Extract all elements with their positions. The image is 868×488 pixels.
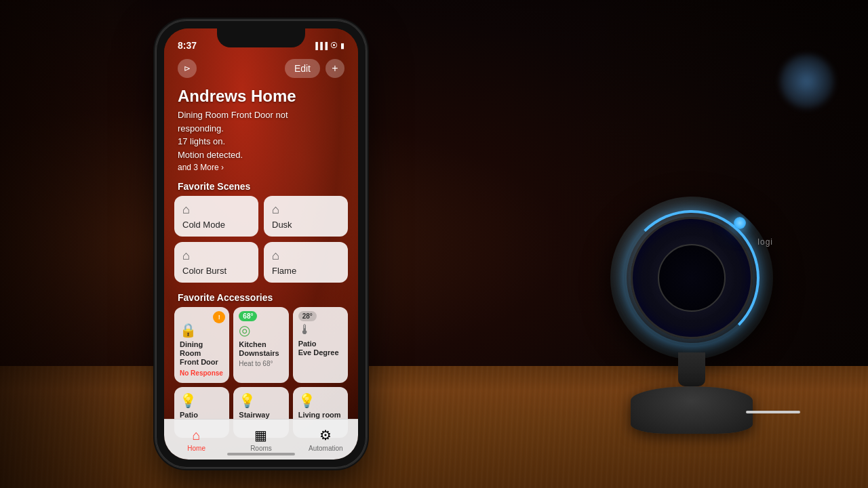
rooms-nav-label: Rooms: [250, 445, 272, 452]
status-line-3: 17 lights on.: [178, 136, 225, 146]
phone-screen: 8:37 ▐▐▐ ⦿ ▮ ⊳ Edit + Andrews Home: [164, 28, 358, 460]
nav-rooms[interactable]: ▦ Rooms: [229, 427, 293, 452]
temp-badge-gray: 28°: [298, 311, 317, 321]
wifi-icon: ⦿: [330, 41, 338, 49]
home-info: Andrews Home Dining Room Front Door not …: [164, 81, 358, 176]
accessory-status: Heat to 68°: [239, 360, 283, 368]
home-nav-label: Home: [187, 445, 205, 452]
camera-neck: [678, 352, 705, 386]
accessory-kitchen-downstairs[interactable]: 68° ◎ KitchenDownstairs Heat to 68°: [233, 307, 288, 383]
home-nav-icon: ⌂: [193, 428, 201, 443]
scene-color-burst[interactable]: ⌂ Color Burst: [174, 242, 258, 283]
status-icons: ▐▐▐ ⦿ ▮: [313, 41, 344, 50]
scene-icon: ⌂: [272, 249, 340, 263]
accessories-section: Favorite Accessories ! 🔒 Dining RoomFron…: [164, 287, 358, 438]
home-indicator: [227, 453, 295, 455]
rooms-nav-icon: ▦: [254, 427, 267, 443]
home-title: Andrews Home: [178, 87, 344, 106]
thermometer-icon: 🌡: [298, 322, 342, 338]
status-time: 8:37: [178, 40, 197, 51]
nav-home[interactable]: ⌂ Home: [164, 428, 229, 452]
location-button[interactable]: ⊳: [178, 59, 197, 78]
scene-icon: ⌂: [182, 249, 250, 263]
scene-label: Dusk: [272, 220, 340, 230]
edit-button[interactable]: Edit: [285, 59, 320, 78]
scene-flame[interactable]: ⌂ Flame: [264, 242, 348, 283]
status-line-1: Dining Room Front Door not: [178, 110, 288, 120]
accessory-name: PatioEve Degree: [298, 340, 342, 357]
temp-badge-green: 68°: [239, 311, 257, 321]
accessory-patio-eve[interactable]: 28° 🌡 PatioEve Degree: [293, 307, 348, 383]
scene-icon: ⌂: [272, 203, 340, 217]
camera-body: [610, 197, 773, 359]
accessories-grid: ! 🔒 Dining RoomFront Door No Response 68…: [164, 307, 358, 438]
automation-nav-icon: ⚙: [319, 427, 332, 443]
lock-icon: 🔒: [180, 322, 224, 338]
accessory-name: Patio: [180, 411, 224, 420]
bulb-icon: 💡: [298, 392, 342, 409]
scenes-grid: ⌂ Cold Mode ⌂ Dusk ⌂ Color Burst ⌂ Flame: [164, 196, 358, 283]
camera-cable: [746, 411, 800, 413]
more-text: and 3 More ›: [178, 163, 224, 172]
accessory-name: Dining RoomFront Door: [180, 340, 224, 367]
accessory-status: No Response: [180, 369, 224, 378]
accessories-section-title: Favorite Accessories: [164, 287, 358, 307]
scene-cold-mode[interactable]: ⌂ Cold Mode: [174, 196, 258, 237]
more-link[interactable]: and 3 More ›: [178, 163, 344, 172]
camera-base: [624, 352, 760, 434]
scene-dusk[interactable]: ⌂ Dusk: [264, 196, 348, 237]
accessory-name: KitchenDownstairs: [239, 340, 283, 358]
scene-icon: ⌂: [182, 203, 250, 217]
status-line-2: responding.: [178, 123, 224, 134]
phone-notch: [217, 28, 305, 47]
home-status: Dining Room Front Door not responding. 1…: [178, 108, 344, 161]
camera-brand-badge: logi: [757, 237, 773, 247]
bulb-icon: 💡: [180, 392, 224, 409]
status-line-4: Motion detected.: [178, 150, 243, 160]
thermostat-icon: ◎: [239, 322, 283, 338]
automation-nav-label: Automation: [309, 445, 343, 452]
camera-status-light: [734, 217, 746, 229]
camera-lens-inner: [658, 244, 726, 312]
phone-content: 8:37 ▐▐▐ ⦿ ▮ ⊳ Edit + Andrews Home: [164, 28, 358, 460]
signal-icon: ▐▐▐: [313, 42, 328, 49]
ambient-blue-light: [780, 54, 834, 108]
accessory-name: Stairway: [239, 411, 283, 420]
add-button[interactable]: +: [326, 59, 344, 78]
phone-header: ⊳ Edit +: [164, 56, 358, 81]
logitech-camera: logi: [597, 197, 787, 434]
camera-foot: [631, 386, 753, 434]
scene-label: Flame: [272, 266, 340, 276]
scenes-section-title: Favorite Scenes: [164, 176, 358, 196]
phone-body: 8:37 ▐▐▐ ⦿ ▮ ⊳ Edit + Andrews Home: [156, 20, 366, 468]
phone: 8:37 ▐▐▐ ⦿ ▮ ⊳ Edit + Andrews Home: [156, 20, 366, 468]
camera-lens-outer: [631, 217, 753, 339]
accessory-dining-room-door[interactable]: ! 🔒 Dining RoomFront Door No Response: [174, 307, 229, 383]
bulb-icon: 💡: [239, 392, 283, 409]
nav-automation[interactable]: ⚙ Automation: [294, 427, 358, 452]
battery-icon: ▮: [340, 41, 344, 50]
scene-label: Color Burst: [182, 266, 250, 276]
accessory-name: Living room: [298, 411, 342, 420]
scene-label: Cold Mode: [182, 220, 250, 230]
